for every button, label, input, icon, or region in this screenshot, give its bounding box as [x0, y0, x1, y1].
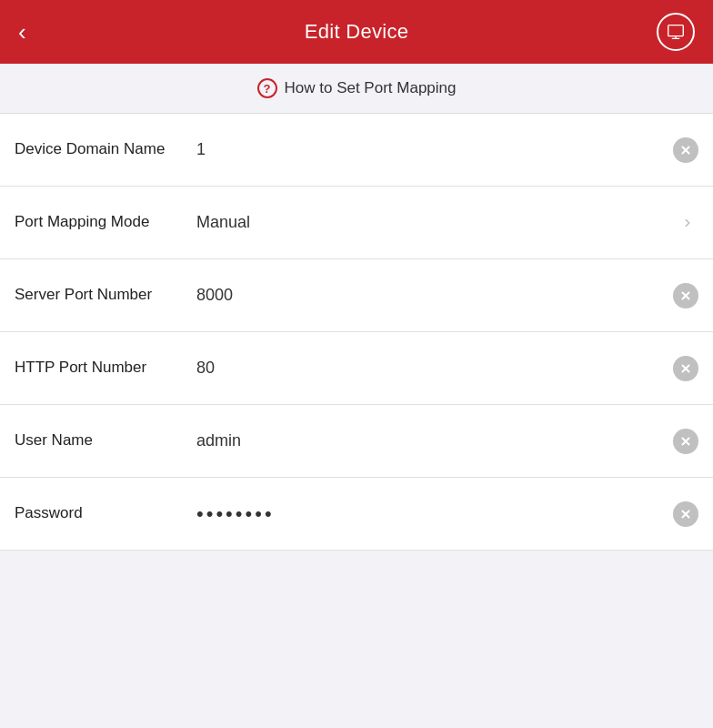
form-row-user-name: User Name admin — [0, 405, 713, 478]
back-button[interactable]: ‹ — [18, 20, 26, 44]
form-row-device-domain-name: Device Domain Name 1 — [0, 114, 713, 187]
input-area-server-port-number: 8000 — [196, 268, 698, 323]
value-port-mapping-mode: Manual — [196, 213, 669, 232]
label-password: Password — [15, 489, 196, 538]
value-password[interactable]: •••••••• — [196, 502, 666, 526]
form-row-server-port-number: Server Port Number 8000 — [0, 259, 713, 332]
input-area-password: •••••••• — [196, 487, 698, 541]
input-area-device-domain-name: 1 — [196, 123, 698, 177]
help-text: How to Set Port Mapping — [285, 79, 457, 97]
label-port-mapping-mode: Port Mapping Mode — [15, 197, 196, 247]
help-bar[interactable]: ? How to Set Port Mapping — [0, 64, 713, 114]
clear-server-port-number[interactable] — [673, 283, 698, 308]
help-icon: ? — [257, 78, 277, 98]
form-row-http-port-number: HTTP Port Number 80 — [0, 332, 713, 405]
clear-user-name[interactable] — [673, 429, 698, 454]
label-http-port-number: HTTP Port Number — [15, 343, 196, 392]
label-device-domain-name: Device Domain Name — [15, 125, 196, 174]
svg-rect-0 — [668, 25, 684, 36]
value-user-name[interactable]: admin — [196, 431, 666, 450]
clear-password[interactable] — [673, 501, 698, 527]
value-http-port-number[interactable]: 80 — [196, 359, 666, 378]
chevron-port-mapping-mode[interactable] — [677, 212, 698, 234]
form-container: Device Domain Name 1 Port Mapping Mode M… — [0, 114, 713, 551]
value-device-domain-name[interactable]: 1 — [196, 140, 666, 159]
header: ‹ Edit Device — [0, 0, 713, 64]
input-area-user-name: admin — [196, 414, 698, 469]
chevron-right-icon — [681, 217, 694, 229]
value-server-port-number[interactable]: 8000 — [196, 286, 666, 305]
clear-http-port-number[interactable] — [673, 356, 698, 381]
page-title: Edit Device — [305, 20, 409, 44]
label-server-port-number: Server Port Number — [15, 270, 196, 319]
device-icon — [666, 22, 686, 42]
input-area-http-port-number: 80 — [196, 341, 698, 396]
form-row-port-mapping-mode[interactable]: Port Mapping Mode Manual — [0, 187, 713, 259]
form-row-password: Password •••••••• — [0, 478, 713, 551]
device-icon-button[interactable] — [657, 13, 695, 51]
label-user-name: User Name — [15, 416, 196, 465]
input-area-port-mapping-mode: Manual — [196, 197, 698, 248]
clear-device-domain-name[interactable] — [673, 137, 698, 163]
